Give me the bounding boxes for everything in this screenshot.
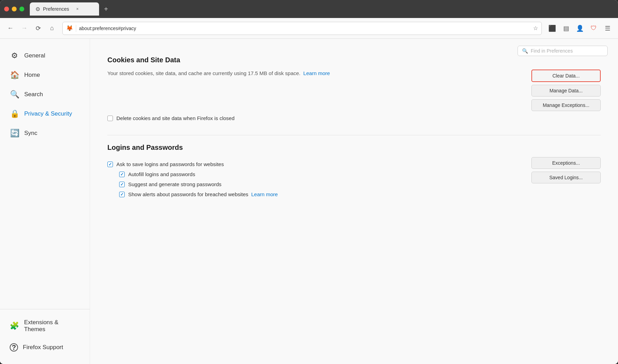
titlebar: ⚙ Preferences × +	[0, 0, 618, 18]
section-divider-1	[107, 135, 601, 135]
cookies-learn-more-link[interactable]: Learn more	[303, 70, 330, 76]
suggest-passwords-checkbox-row: Suggest and generate strong passwords	[119, 181, 524, 187]
search-bar-wrapper: 🔍	[518, 46, 608, 56]
back-button[interactable]: ←	[4, 22, 17, 35]
saved-logins-button[interactable]: Saved Logins...	[531, 172, 601, 183]
library-button[interactable]: ⬛	[546, 22, 558, 35]
breach-alerts-checkbox[interactable]	[119, 192, 125, 197]
sidebar-item-general[interactable]: ⚙ General	[3, 46, 87, 65]
sidebar: ⚙ General 🏠 Home 🔍 Search 🔒 Privacy & Se…	[0, 39, 90, 364]
url-separator	[76, 25, 76, 32]
logins-content: Ask to save logins and passwords for web…	[107, 157, 524, 201]
menu-button[interactable]: ☰	[601, 22, 614, 35]
ask-save-label: Ask to save logins and passwords for web…	[116, 161, 524, 167]
new-tab-button[interactable]: +	[100, 3, 112, 15]
breach-learn-more-link[interactable]: Learn more	[251, 191, 278, 197]
logins-section: Logins and Passwords Ask to save logins …	[107, 144, 601, 201]
sidebar-label-home: Home	[24, 72, 40, 79]
lock-icon: 🔒	[10, 109, 19, 118]
preferences-tab[interactable]: ⚙ Preferences ×	[30, 2, 99, 16]
browser-window: ⚙ Preferences × + ← → ⟳ ⌂ 🦊 about:prefer…	[0, 0, 618, 364]
ask-save-checkbox[interactable]	[107, 162, 113, 167]
tab-close-button[interactable]: ×	[74, 6, 80, 12]
manage-data-button[interactable]: Manage Data...	[531, 85, 601, 97]
cookies-description-text: Your stored cookies, site data, and cach…	[107, 70, 300, 76]
autofill-checkbox[interactable]	[119, 172, 125, 177]
logins-section-title: Logins and Passwords	[107, 144, 601, 152]
ask-save-checkbox-row: Ask to save logins and passwords for web…	[107, 161, 524, 167]
cookies-description: Your stored cookies, site data, and cach…	[107, 70, 524, 78]
minimize-button[interactable]	[12, 7, 17, 11]
sidebar-item-sync[interactable]: 🔄 Sync	[3, 124, 87, 143]
refresh-button[interactable]: ⟳	[32, 22, 44, 35]
delete-cookies-checkbox-row: Delete cookies and site data when Firefo…	[107, 115, 601, 121]
tab-title: Preferences	[43, 6, 69, 12]
suggest-passwords-checkbox[interactable]	[119, 182, 125, 187]
sidebar-item-support[interactable]: ? Firefox Support	[3, 338, 87, 356]
toolbar: ← → ⟳ ⌂ 🦊 about:preferences#privacy ☆ ⬛ …	[0, 18, 618, 39]
sidebar-item-extensions[interactable]: 🧩 Extensions & Themes	[3, 314, 87, 338]
exceptions-button[interactable]: Exceptions...	[531, 157, 601, 169]
account-button[interactable]: 👤	[574, 22, 586, 35]
autofill-label: Autofill logins and passwords	[128, 171, 524, 177]
toolbar-icons: ⬛ ▤ 👤 🛡 ☰	[546, 22, 614, 35]
cookies-description-area: Your stored cookies, site data, and cach…	[107, 70, 524, 78]
sidebar-label-support: Firefox Support	[23, 344, 63, 351]
sidebar-item-home[interactable]: 🏠 Home	[3, 66, 87, 84]
cookies-section-title: Cookies and Site Data	[107, 56, 601, 64]
help-icon: ?	[10, 343, 18, 352]
suggest-passwords-label: Suggest and generate strong passwords	[128, 181, 524, 187]
sidebar-label-search: Search	[24, 91, 43, 98]
breach-alerts-checkbox-row: Show alerts about passwords for breached…	[119, 191, 524, 197]
sidebar-label-sync: Sync	[24, 130, 37, 137]
manage-exceptions-button[interactable]: Manage Exceptions...	[531, 99, 601, 111]
firefox-icon: 🦊	[66, 25, 73, 31]
home-icon: 🏠	[10, 71, 19, 80]
home-button[interactable]: ⌂	[46, 22, 58, 35]
main-area: ⚙ General 🏠 Home 🔍 Search 🔒 Privacy & Se…	[0, 39, 618, 364]
forward-button[interactable]: →	[18, 22, 30, 35]
delete-cookies-checkbox[interactable]	[107, 116, 113, 121]
sidebar-item-privacy[interactable]: 🔒 Privacy & Security	[3, 104, 87, 123]
maximize-button[interactable]	[19, 7, 24, 11]
sidebar-label-extensions: Extensions & Themes	[24, 319, 80, 333]
gear-icon: ⚙	[35, 6, 40, 12]
delete-cookies-label: Delete cookies and site data when Firefo…	[116, 115, 601, 121]
sync-icon: 🔄	[10, 129, 19, 138]
url-text: about:preferences#privacy	[79, 26, 530, 31]
sidebar-label-general: General	[24, 52, 45, 59]
find-in-preferences-input[interactable]	[531, 48, 603, 54]
cookies-row: Your stored cookies, site data, and cach…	[107, 70, 601, 111]
tab-bar: ⚙ Preferences × +	[30, 2, 614, 16]
search-bar-icon: 🔍	[522, 48, 528, 54]
find-in-preferences-bar[interactable]: 🔍	[518, 46, 608, 56]
clear-data-button[interactable]: Clear Data...	[531, 70, 601, 82]
cookies-buttons: Clear Data... Manage Data... Manage Exce…	[531, 70, 601, 111]
sidebar-nav: ⚙ General 🏠 Home 🔍 Search 🔒 Privacy & Se…	[0, 46, 90, 305]
sidebar-bottom: 🧩 Extensions & Themes ? Firefox Support	[0, 309, 90, 357]
cookies-section: Cookies and Site Data Your stored cookie…	[107, 56, 601, 121]
breach-alerts-label: Show alerts about passwords for breached…	[128, 191, 524, 197]
sidebar-item-search[interactable]: 🔍 Search	[3, 85, 87, 104]
gear-icon: ⚙	[10, 51, 19, 60]
sidebar-button[interactable]: ▤	[560, 22, 572, 35]
autofill-checkbox-row: Autofill logins and passwords	[119, 171, 524, 177]
traffic-lights	[4, 7, 24, 11]
ublock-button[interactable]: 🛡	[588, 22, 600, 35]
close-button[interactable]	[4, 7, 9, 11]
url-bar[interactable]: 🦊 about:preferences#privacy ☆	[62, 22, 542, 35]
content-area: 🔍 Cookies and Site Data Your stored cook…	[90, 39, 618, 364]
sidebar-label-privacy: Privacy & Security	[24, 110, 72, 117]
puzzle-icon: 🧩	[10, 321, 19, 330]
logins-row: Ask to save logins and passwords for web…	[107, 157, 601, 201]
search-icon: 🔍	[10, 90, 19, 99]
logins-buttons: Exceptions... Saved Logins...	[531, 157, 601, 183]
bookmark-star-icon[interactable]: ☆	[533, 25, 538, 31]
